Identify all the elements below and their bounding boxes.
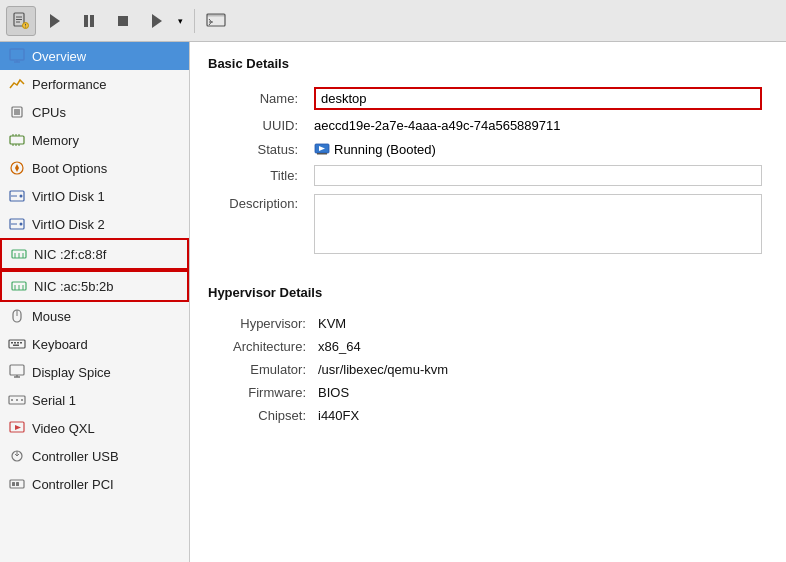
uuid-value: aeccd19e-2a7e-4aaa-a49c-74a565889711 xyxy=(308,114,768,137)
hypervisor-details: Hypervisor: KVM Architecture: x86_64 Emu… xyxy=(208,312,768,427)
svg-marker-7 xyxy=(50,14,60,28)
architecture-value: x86_64 xyxy=(318,339,361,354)
svg-rect-13 xyxy=(207,14,225,17)
uuid-label: UUID: xyxy=(208,114,308,137)
svg-rect-46 xyxy=(14,342,16,344)
cpus-icon xyxy=(8,103,26,121)
svg-marker-11 xyxy=(152,14,162,28)
sidebar-label-overview: Overview xyxy=(32,49,86,64)
svg-rect-64 xyxy=(12,482,15,486)
firmware-row: Firmware: BIOS xyxy=(208,381,768,404)
running-icon xyxy=(314,141,330,157)
svg-point-32 xyxy=(20,223,23,226)
sidebar-item-boot-options[interactable]: Boot Options xyxy=(0,154,189,182)
sidebar-label-virtio-disk-1: VirtIO Disk 1 xyxy=(32,189,105,204)
title-row: Title: xyxy=(208,161,768,190)
sidebar-label-video-qxl: Video QXL xyxy=(32,421,95,436)
status-label: Status: xyxy=(208,137,308,161)
chipset-row: Chipset: i440FX xyxy=(208,404,768,427)
run-dropdown: ▾ xyxy=(142,6,188,36)
svg-rect-20 xyxy=(10,136,24,144)
sidebar-label-nic-1: NIC :2f:c8:8f xyxy=(34,247,106,262)
name-label: Name: xyxy=(208,83,308,114)
basic-details-title: Basic Details xyxy=(208,56,768,71)
firmware-value: BIOS xyxy=(318,385,349,400)
details-icon xyxy=(12,12,30,30)
memory-icon xyxy=(8,131,26,149)
sidebar-item-nic-2[interactable]: NIC :ac:5b:2b xyxy=(0,270,189,302)
architecture-label: Architecture: xyxy=(208,339,318,354)
svg-rect-47 xyxy=(17,342,19,344)
sidebar-item-memory[interactable]: Memory xyxy=(0,126,189,154)
description-input[interactable] xyxy=(314,194,762,254)
boot-options-icon xyxy=(8,159,26,177)
sidebar-item-nic-1[interactable]: NIC :2f:c8:8f xyxy=(0,238,189,270)
nic-1-icon xyxy=(10,245,28,263)
svg-rect-48 xyxy=(20,342,22,344)
virtio-disk-1-icon xyxy=(8,187,26,205)
sidebar-item-mouse[interactable]: Mouse xyxy=(0,302,189,330)
hypervisor-row: Hypervisor: KVM xyxy=(208,312,768,335)
pause-button[interactable] xyxy=(74,6,104,36)
overview-icon xyxy=(8,47,26,65)
sidebar-item-overview[interactable]: Overview xyxy=(0,42,189,70)
sidebar-label-memory: Memory xyxy=(32,133,79,148)
mouse-icon xyxy=(8,307,26,325)
svg-rect-19 xyxy=(14,109,20,115)
svg-rect-44 xyxy=(9,340,25,348)
run-main-button[interactable] xyxy=(142,6,172,36)
name-input[interactable] xyxy=(314,87,762,110)
video-qxl-icon xyxy=(8,419,26,437)
run-icon xyxy=(149,13,165,29)
details-button[interactable] xyxy=(6,6,36,36)
performance-icon xyxy=(8,75,26,93)
svg-rect-65 xyxy=(16,482,19,486)
sidebar-item-display-spice[interactable]: Display Spice xyxy=(0,358,189,386)
run-arrow-button[interactable]: ▾ xyxy=(172,6,188,36)
status-cell: Running (Booted) xyxy=(308,137,768,161)
sidebar-label-mouse: Mouse xyxy=(32,309,71,324)
sidebar-label-boot-options: Boot Options xyxy=(32,161,107,176)
sidebar-label-performance: Performance xyxy=(32,77,106,92)
name-row: Name: xyxy=(208,83,768,114)
sidebar-item-cpus[interactable]: CPUs xyxy=(0,98,189,126)
sidebar-item-virtio-disk-1[interactable]: VirtIO Disk 1 xyxy=(0,182,189,210)
svg-rect-49 xyxy=(13,345,19,347)
chipset-value: i440FX xyxy=(318,408,359,423)
svg-marker-58 xyxy=(15,425,21,430)
display-spice-icon xyxy=(8,363,26,381)
power-off-button[interactable] xyxy=(108,6,138,36)
emulator-row: Emulator: /usr/libexec/qemu-kvm xyxy=(208,358,768,381)
controller-usb-icon xyxy=(8,447,26,465)
svg-rect-45 xyxy=(11,342,13,344)
architecture-row: Architecture: x86_64 xyxy=(208,335,768,358)
sidebar-item-serial-1[interactable]: Serial 1 xyxy=(0,386,189,414)
power-off-icon xyxy=(115,13,131,29)
sidebar-item-controller-pci[interactable]: Controller PCI xyxy=(0,470,189,498)
svg-rect-8 xyxy=(84,15,88,27)
controller-pci-icon xyxy=(8,475,26,493)
sidebar-item-virtio-disk-2[interactable]: VirtIO Disk 2 xyxy=(0,210,189,238)
power-on-button[interactable] xyxy=(40,6,70,36)
hypervisor-label: Hypervisor: xyxy=(208,316,318,331)
sidebar-item-keyboard[interactable]: Keyboard xyxy=(0,330,189,358)
content-area: Basic Details Name: UUID: aeccd19e-2a7e-… xyxy=(190,42,786,562)
sidebar-item-video-qxl[interactable]: Video QXL xyxy=(0,414,189,442)
title-cell xyxy=(308,161,768,190)
svg-rect-9 xyxy=(90,15,94,27)
sidebar-item-controller-usb[interactable]: Controller USB xyxy=(0,442,189,470)
emulator-value: /usr/libexec/qemu-kvm xyxy=(318,362,448,377)
description-cell xyxy=(308,190,768,261)
sidebar-item-performance[interactable]: Performance xyxy=(0,70,189,98)
toolbar: ▾ xyxy=(0,0,786,42)
power-on-icon xyxy=(47,13,63,29)
svg-rect-50 xyxy=(10,365,24,375)
status-value: Running (Booted) xyxy=(334,142,436,157)
virtio-disk-2-icon xyxy=(8,215,26,233)
vm-console-button[interactable] xyxy=(201,6,231,36)
title-input[interactable] xyxy=(314,165,762,186)
serial-1-icon xyxy=(8,391,26,409)
sidebar: OverviewPerformanceCPUsMemoryBoot Option… xyxy=(0,42,190,562)
svg-point-56 xyxy=(21,399,23,401)
description-row: Description: xyxy=(208,190,768,261)
